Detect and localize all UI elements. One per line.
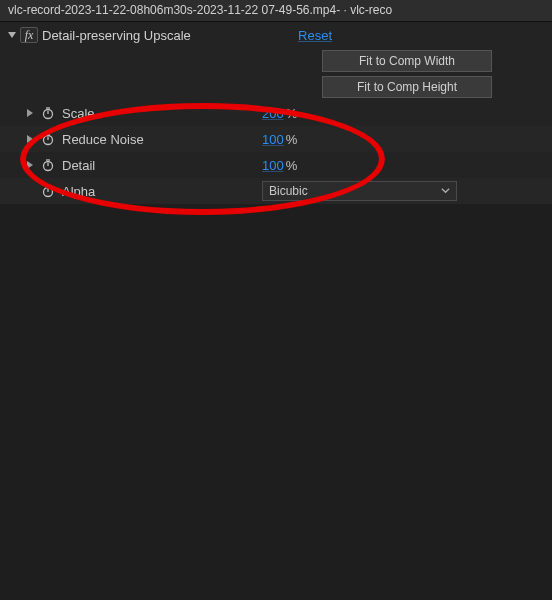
property-label: Alpha [62, 184, 262, 199]
twirl-right-icon[interactable] [24, 109, 36, 117]
reset-link[interactable]: Reset [298, 28, 332, 43]
window-titlebar: vlc-record-2023-11-22-08h06m30s-2023-11-… [0, 0, 552, 22]
twirl-down-icon[interactable] [6, 30, 18, 40]
fx-icon[interactable]: fx [20, 27, 38, 43]
stopwatch-icon[interactable] [40, 157, 56, 173]
effect-controls-panel: fx Detail-preserving Upscale Reset Fit t… [0, 22, 552, 204]
property-label: Scale [62, 106, 262, 121]
property-label: Detail [62, 158, 262, 173]
effect-header: fx Detail-preserving Upscale Reset [0, 22, 552, 48]
svg-marker-1 [27, 109, 33, 117]
detail-value[interactable]: 100 [262, 158, 284, 173]
stopwatch-icon[interactable] [40, 131, 56, 147]
alpha-dropdown[interactable]: Bicubic [262, 181, 457, 201]
property-row-scale: Scale 200 % [0, 100, 552, 126]
twirl-right-icon[interactable] [24, 161, 36, 169]
unit-label: % [286, 158, 298, 173]
stopwatch-icon[interactable] [40, 183, 56, 199]
property-row-detail: Detail 100 % [0, 152, 552, 178]
reduce-noise-value[interactable]: 100 [262, 132, 284, 147]
dropdown-selected-label: Bicubic [269, 184, 308, 198]
svg-marker-0 [8, 32, 16, 38]
fit-to-comp-width-button[interactable]: Fit to Comp Width [322, 50, 492, 72]
scale-value[interactable]: 200 [262, 106, 284, 121]
svg-marker-5 [27, 135, 33, 143]
svg-marker-9 [27, 161, 33, 169]
stopwatch-icon[interactable] [40, 105, 56, 121]
fit-to-comp-height-button[interactable]: Fit to Comp Height [322, 76, 492, 98]
property-row-alpha: Alpha Bicubic [0, 178, 552, 204]
twirl-right-icon[interactable] [24, 135, 36, 143]
property-label: Reduce Noise [62, 132, 262, 147]
chevron-down-icon [441, 186, 450, 197]
unit-label: % [286, 106, 298, 121]
property-row-reduce-noise: Reduce Noise 100 % [0, 126, 552, 152]
effect-name: Detail-preserving Upscale [42, 28, 191, 43]
unit-label: % [286, 132, 298, 147]
